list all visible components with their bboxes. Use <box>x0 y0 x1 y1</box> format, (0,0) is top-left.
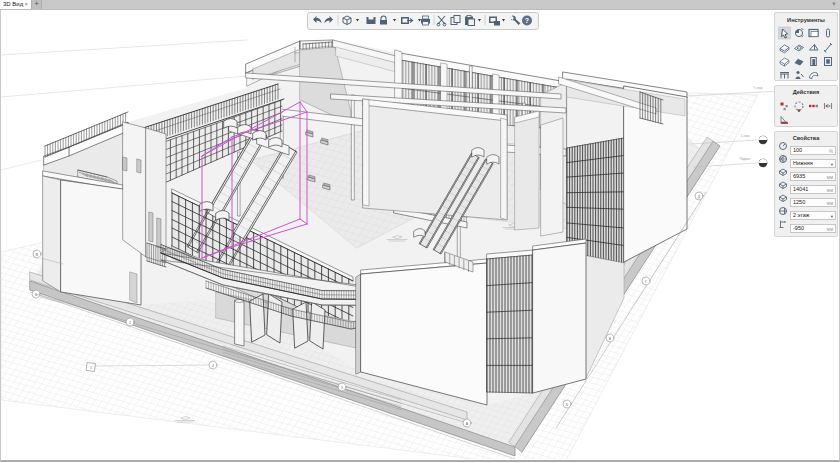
svg-text:Г: Г <box>645 280 647 284</box>
svg-text:Подвал: Подвал <box>740 157 751 161</box>
svg-text:7 этаж: 7 этаж <box>754 86 763 90</box>
svg-text:4: 4 <box>212 364 214 368</box>
svg-text:1 этаж: 1 этаж <box>741 134 750 138</box>
svg-text:?: ? <box>525 17 529 24</box>
svg-text:3: 3 <box>341 386 343 390</box>
svg-text:2: 2 <box>129 321 131 325</box>
svg-text:1: 1 <box>90 366 92 370</box>
